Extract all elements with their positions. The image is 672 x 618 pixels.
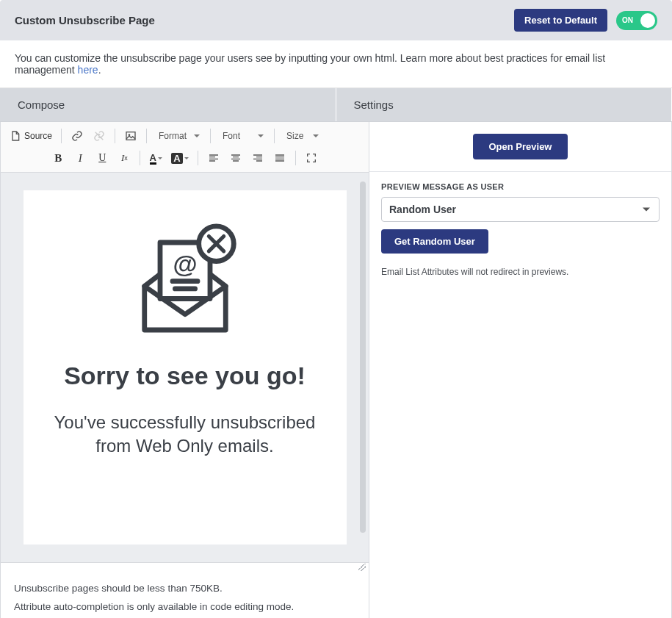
separator [295, 151, 296, 165]
unlink-icon [93, 130, 105, 142]
italic-button[interactable]: I [71, 148, 90, 168]
separator [115, 129, 115, 143]
align-left-icon [208, 152, 220, 164]
svg-rect-0 [126, 132, 135, 140]
source-icon [10, 130, 21, 142]
info-link[interactable]: here [78, 64, 98, 76]
format-select[interactable]: Format [153, 126, 204, 145]
info-text: You can customize the unsubscribe page y… [15, 52, 605, 76]
envelope-x-icon: @ [44, 214, 326, 348]
link-button[interactable] [68, 126, 87, 145]
editor-toolbar: Source Format Font Size [1, 122, 369, 173]
toggle-knob [640, 13, 655, 28]
align-justify-icon [274, 152, 286, 164]
align-center-button[interactable] [226, 148, 245, 168]
svg-text:@: @ [173, 250, 197, 278]
bg-color-button[interactable]: A [168, 148, 191, 168]
canvas-heading: Sorry to see you go! [44, 362, 326, 390]
unlink-button[interactable] [90, 126, 109, 145]
main-area: Source Format Font Size [0, 122, 672, 618]
enable-toggle[interactable]: ON [616, 11, 657, 30]
editor-area[interactable]: @ Sorry to see you go! You've successful… [1, 173, 369, 562]
maximize-icon [306, 152, 317, 164]
remove-format-button[interactable]: Ix [115, 148, 134, 168]
settings-column: Open Preview PREVIEW MESSAGE AS USER Ran… [369, 122, 671, 618]
text-color-button[interactable]: A [146, 148, 165, 168]
info-bar: You can customize the unsubscribe page y… [0, 40, 672, 88]
resize-grip[interactable] [1, 562, 369, 572]
bold-button[interactable]: B [48, 148, 68, 168]
separator [198, 151, 198, 165]
reset-to-default-button[interactable]: Reset to Default [514, 9, 607, 32]
separator [61, 129, 62, 143]
source-button[interactable]: Source [7, 126, 55, 145]
vertical-scrollbar[interactable] [360, 182, 366, 533]
font-select[interactable]: Font [217, 126, 268, 145]
footer-notes: Unsubscribe pages should be less than 75… [1, 572, 369, 618]
align-center-icon [230, 152, 242, 164]
header-actions: Reset to Default ON [514, 9, 657, 32]
image-icon [125, 130, 137, 142]
align-right-icon [252, 152, 264, 164]
user-select[interactable]: Random User [381, 197, 660, 222]
editor-canvas: @ Sorry to see you go! You've successful… [24, 190, 347, 545]
toolbar-row-2: B I U Ix A A [7, 148, 363, 168]
header-bar: Custom Unsubscribe Page Reset to Default… [0, 0, 672, 40]
chevron-down-icon [184, 157, 189, 159]
preview-button-area: Open Preview [369, 122, 671, 172]
source-label: Source [24, 131, 52, 141]
toggle-on-label: ON [618, 16, 633, 24]
info-suffix: . [98, 64, 101, 76]
page-title: Custom Unsubscribe Page [15, 14, 155, 26]
size-select[interactable]: Size [281, 126, 323, 145]
open-preview-button[interactable]: Open Preview [473, 134, 568, 159]
image-button[interactable] [121, 126, 140, 145]
chevron-down-icon [158, 157, 162, 159]
separator [274, 129, 275, 143]
separator [140, 151, 140, 165]
footer-note-autocomplete: Attribute auto-completion is only availa… [14, 601, 355, 612]
get-random-user-button[interactable]: Get Random User [381, 229, 488, 254]
align-justify-button[interactable] [270, 148, 289, 168]
footer-note-size: Unsubscribe pages should be less than 75… [14, 583, 355, 594]
separator [146, 129, 147, 143]
link-icon [71, 130, 83, 142]
compose-column: Source Format Font Size [1, 122, 369, 618]
preview-note: Email List Attributes will not redirect … [381, 267, 660, 277]
align-left-button[interactable] [204, 148, 223, 168]
underline-button[interactable]: U [93, 148, 112, 168]
maximize-button[interactable] [302, 148, 321, 168]
tab-compose[interactable]: Compose [0, 88, 336, 121]
align-right-button[interactable] [248, 148, 267, 168]
tabs: Compose Settings [0, 88, 672, 122]
toolbar-row-1: Source Format Font Size [7, 126, 363, 145]
separator [210, 129, 211, 143]
tab-settings[interactable]: Settings [336, 88, 673, 121]
preview-label: PREVIEW MESSAGE AS USER [381, 182, 660, 191]
user-select-value: Random User [389, 204, 456, 215]
canvas-subtext: You've successfully unsubscribed from We… [44, 411, 326, 459]
preview-user-section: PREVIEW MESSAGE AS USER Random User Get … [369, 172, 671, 287]
